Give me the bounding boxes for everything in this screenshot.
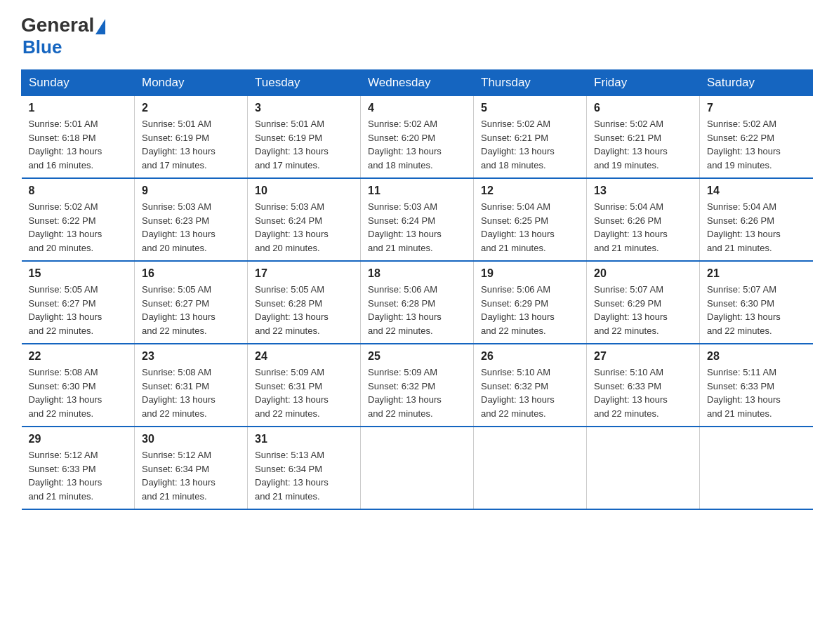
day-number: 4 [368, 102, 466, 114]
day-info: Sunrise: 5:11 AMSunset: 6:33 PMDaylight:… [707, 367, 781, 419]
calendar-cell: 17 Sunrise: 5:05 AMSunset: 6:28 PMDaylig… [248, 261, 361, 344]
day-info: Sunrise: 5:02 AMSunset: 6:21 PMDaylight:… [481, 119, 555, 170]
calendar-cell [700, 427, 813, 509]
day-info: Sunrise: 5:01 AMSunset: 6:19 PMDaylight:… [255, 119, 329, 170]
calendar-cell: 19 Sunrise: 5:06 AMSunset: 6:29 PMDaylig… [474, 261, 587, 344]
day-number: 31 [255, 433, 353, 445]
calendar-cell: 30 Sunrise: 5:12 AMSunset: 6:34 PMDaylig… [135, 427, 248, 509]
day-info: Sunrise: 5:05 AMSunset: 6:27 PMDaylight:… [142, 284, 216, 336]
day-number: 12 [481, 185, 579, 197]
day-number: 15 [29, 267, 128, 280]
logo-triangle-icon [95, 19, 105, 34]
calendar-cell: 31 Sunrise: 5:13 AMSunset: 6:34 PMDaylig… [248, 427, 361, 509]
calendar-cell [587, 427, 700, 509]
calendar-cell: 3 Sunrise: 5:01 AMSunset: 6:19 PMDayligh… [248, 96, 361, 179]
day-number: 26 [481, 350, 579, 363]
day-info: Sunrise: 5:10 AMSunset: 6:32 PMDaylight:… [481, 367, 555, 419]
page-header: General Blue [21, 14, 813, 58]
day-number: 16 [142, 267, 240, 280]
calendar-cell: 11 Sunrise: 5:03 AMSunset: 6:24 PMDaylig… [361, 178, 474, 261]
day-info: Sunrise: 5:05 AMSunset: 6:27 PMDaylight:… [29, 284, 102, 336]
day-number: 9 [142, 185, 240, 197]
weekday-header-sunday: Sunday [22, 70, 135, 96]
calendar-cell: 6 Sunrise: 5:02 AMSunset: 6:21 PMDayligh… [587, 96, 700, 179]
day-number: 17 [255, 267, 353, 280]
calendar-cell: 2 Sunrise: 5:01 AMSunset: 6:19 PMDayligh… [135, 96, 248, 179]
weekday-header-row: SundayMondayTuesdayWednesdayThursdayFrid… [22, 70, 813, 96]
day-info: Sunrise: 5:01 AMSunset: 6:19 PMDaylight:… [142, 119, 216, 170]
day-info: Sunrise: 5:02 AMSunset: 6:22 PMDaylight:… [29, 201, 102, 253]
day-info: Sunrise: 5:08 AMSunset: 6:31 PMDaylight:… [142, 367, 216, 419]
day-info: Sunrise: 5:08 AMSunset: 6:30 PMDaylight:… [29, 367, 102, 419]
day-number: 10 [255, 185, 353, 197]
day-number: 28 [707, 350, 806, 363]
day-info: Sunrise: 5:06 AMSunset: 6:28 PMDaylight:… [368, 284, 442, 336]
day-number: 2 [142, 102, 240, 114]
day-info: Sunrise: 5:06 AMSunset: 6:29 PMDaylight:… [481, 284, 555, 336]
day-number: 30 [142, 433, 240, 445]
logo-general-text: General [21, 14, 94, 36]
day-number: 14 [707, 185, 806, 197]
calendar-cell: 28 Sunrise: 5:11 AMSunset: 6:33 PMDaylig… [700, 344, 813, 427]
day-number: 20 [594, 267, 692, 280]
calendar-table: SundayMondayTuesdayWednesdayThursdayFrid… [21, 69, 813, 510]
week-row-5: 29 Sunrise: 5:12 AMSunset: 6:33 PMDaylig… [22, 427, 813, 509]
day-info: Sunrise: 5:01 AMSunset: 6:18 PMDaylight:… [29, 119, 102, 170]
calendar-cell: 22 Sunrise: 5:08 AMSunset: 6:30 PMDaylig… [22, 344, 135, 427]
calendar-cell: 18 Sunrise: 5:06 AMSunset: 6:28 PMDaylig… [361, 261, 474, 344]
week-row-1: 1 Sunrise: 5:01 AMSunset: 6:18 PMDayligh… [22, 96, 813, 179]
calendar-cell: 20 Sunrise: 5:07 AMSunset: 6:29 PMDaylig… [587, 261, 700, 344]
day-info: Sunrise: 5:02 AMSunset: 6:20 PMDaylight:… [368, 119, 442, 170]
day-number: 19 [481, 267, 579, 280]
day-info: Sunrise: 5:04 AMSunset: 6:26 PMDaylight:… [707, 201, 781, 253]
day-number: 8 [29, 185, 128, 197]
day-number: 25 [368, 350, 466, 363]
calendar-cell: 8 Sunrise: 5:02 AMSunset: 6:22 PMDayligh… [22, 178, 135, 261]
calendar-cell [474, 427, 587, 509]
day-info: Sunrise: 5:02 AMSunset: 6:21 PMDaylight:… [594, 119, 668, 170]
day-info: Sunrise: 5:03 AMSunset: 6:24 PMDaylight:… [255, 201, 329, 253]
weekday-header-tuesday: Tuesday [248, 70, 361, 96]
day-number: 13 [594, 185, 692, 197]
day-info: Sunrise: 5:05 AMSunset: 6:28 PMDaylight:… [255, 284, 329, 336]
day-info: Sunrise: 5:09 AMSunset: 6:32 PMDaylight:… [368, 367, 442, 419]
day-number: 7 [707, 102, 806, 114]
day-info: Sunrise: 5:03 AMSunset: 6:24 PMDaylight:… [368, 201, 442, 253]
day-info: Sunrise: 5:10 AMSunset: 6:33 PMDaylight:… [594, 367, 668, 419]
calendar-cell: 15 Sunrise: 5:05 AMSunset: 6:27 PMDaylig… [22, 261, 135, 344]
day-info: Sunrise: 5:04 AMSunset: 6:25 PMDaylight:… [481, 201, 555, 253]
week-row-4: 22 Sunrise: 5:08 AMSunset: 6:30 PMDaylig… [22, 344, 813, 427]
calendar-cell: 21 Sunrise: 5:07 AMSunset: 6:30 PMDaylig… [700, 261, 813, 344]
weekday-header-monday: Monday [135, 70, 248, 96]
day-info: Sunrise: 5:13 AMSunset: 6:34 PMDaylight:… [255, 450, 329, 502]
calendar-cell: 13 Sunrise: 5:04 AMSunset: 6:26 PMDaylig… [587, 178, 700, 261]
calendar-cell: 24 Sunrise: 5:09 AMSunset: 6:31 PMDaylig… [248, 344, 361, 427]
calendar-cell: 9 Sunrise: 5:03 AMSunset: 6:23 PMDayligh… [135, 178, 248, 261]
calendar-cell [361, 427, 474, 509]
week-row-2: 8 Sunrise: 5:02 AMSunset: 6:22 PMDayligh… [22, 178, 813, 261]
logo-blue-text: Blue [22, 36, 62, 58]
day-info: Sunrise: 5:09 AMSunset: 6:31 PMDaylight:… [255, 367, 329, 419]
day-number: 3 [255, 102, 353, 114]
calendar-cell: 25 Sunrise: 5:09 AMSunset: 6:32 PMDaylig… [361, 344, 474, 427]
day-info: Sunrise: 5:03 AMSunset: 6:23 PMDaylight:… [142, 201, 216, 253]
weekday-header-friday: Friday [587, 70, 700, 96]
calendar-cell: 16 Sunrise: 5:05 AMSunset: 6:27 PMDaylig… [135, 261, 248, 344]
day-number: 24 [255, 350, 353, 363]
day-info: Sunrise: 5:04 AMSunset: 6:26 PMDaylight:… [594, 201, 668, 253]
calendar-cell: 14 Sunrise: 5:04 AMSunset: 6:26 PMDaylig… [700, 178, 813, 261]
calendar-cell: 29 Sunrise: 5:12 AMSunset: 6:33 PMDaylig… [22, 427, 135, 509]
day-info: Sunrise: 5:07 AMSunset: 6:30 PMDaylight:… [707, 284, 781, 336]
calendar-cell: 27 Sunrise: 5:10 AMSunset: 6:33 PMDaylig… [587, 344, 700, 427]
day-number: 22 [29, 350, 128, 363]
day-info: Sunrise: 5:07 AMSunset: 6:29 PMDaylight:… [594, 284, 668, 336]
day-number: 5 [481, 102, 579, 114]
logo: General Blue [21, 14, 107, 58]
calendar-cell: 4 Sunrise: 5:02 AMSunset: 6:20 PMDayligh… [361, 96, 474, 179]
calendar-cell: 7 Sunrise: 5:02 AMSunset: 6:22 PMDayligh… [700, 96, 813, 179]
day-info: Sunrise: 5:12 AMSunset: 6:33 PMDaylight:… [29, 450, 102, 502]
day-info: Sunrise: 5:02 AMSunset: 6:22 PMDaylight:… [707, 119, 781, 170]
weekday-header-saturday: Saturday [700, 70, 813, 96]
week-row-3: 15 Sunrise: 5:05 AMSunset: 6:27 PMDaylig… [22, 261, 813, 344]
day-number: 27 [594, 350, 692, 363]
